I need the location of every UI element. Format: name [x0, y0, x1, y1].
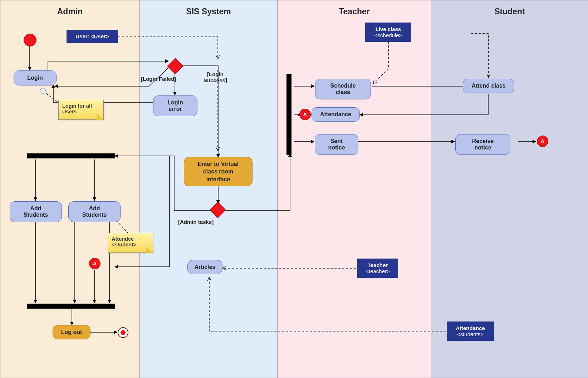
lane-student-header: Student: [431, 7, 588, 16]
lane-sis-header: SIS System: [140, 7, 277, 16]
initial-node: [24, 34, 36, 46]
activity-enter-vcr: Enter to Virtual class room interface: [184, 157, 253, 186]
note-attendee-student: Attendee <student>: [108, 233, 153, 253]
note-attendee-line1: Attendee: [112, 236, 134, 242]
signal-live-class-l2: <schedule>: [374, 32, 402, 38]
signal-teacher-l1: Teacher: [368, 262, 388, 268]
activity-attendance: Attendance: [312, 107, 360, 122]
note-link-login: [40, 88, 46, 94]
fork-bar-1: [27, 153, 115, 158]
lane-teacher-header: Teacher: [278, 7, 431, 16]
join-bar: [27, 304, 115, 309]
activity-articles: Articles: [187, 260, 222, 274]
fork-bar-2: [286, 74, 291, 155]
activity-sent-notice: Sent notice: [315, 134, 358, 155]
signal-live-class: Live class <schedule>: [365, 23, 411, 42]
connector-a-receive: A: [537, 136, 548, 147]
guard-login-success: [Login Success]: [204, 71, 227, 83]
guard-success-l1: [Login: [207, 71, 224, 77]
note-login-all-users: Login for all Users: [58, 100, 104, 120]
signal-attendance-l2: <students>: [457, 331, 484, 337]
signal-attendance: Attendance <students>: [447, 321, 494, 341]
guard-success-l2: Success]: [204, 77, 227, 83]
signal-attendance-l1: Attendance: [456, 325, 485, 331]
activity-logout: Log out: [53, 325, 90, 339]
activity-add-students-2: Add Students: [68, 201, 121, 222]
activity-login: Login: [14, 70, 57, 85]
guard-admin-tasks: [Admin tasks]: [178, 219, 214, 225]
signal-teacher: Teacher <teacher>: [357, 259, 398, 278]
signal-user: User: <User>: [67, 30, 118, 43]
activity-receive-notice: Receive notice: [455, 134, 510, 155]
lane-admin-header: Admin: [0, 7, 139, 16]
signal-teacher-l2: <teacher>: [366, 268, 390, 274]
note-attendee-line2: <student>: [112, 242, 136, 247]
connector-a-in: A: [89, 258, 101, 269]
activity-schedule-class: Schedule class: [315, 79, 371, 99]
activity-attend-class: Attend class: [463, 79, 514, 93]
activity-add-students-1: Add Students: [10, 201, 62, 222]
signal-live-class-l1: Live class: [376, 26, 401, 32]
final-node: [118, 327, 128, 338]
activity-login-error: Login error: [153, 95, 197, 116]
connector-a-attendance: A: [299, 109, 311, 120]
guard-login-failed: [Login Failed]: [141, 76, 176, 82]
